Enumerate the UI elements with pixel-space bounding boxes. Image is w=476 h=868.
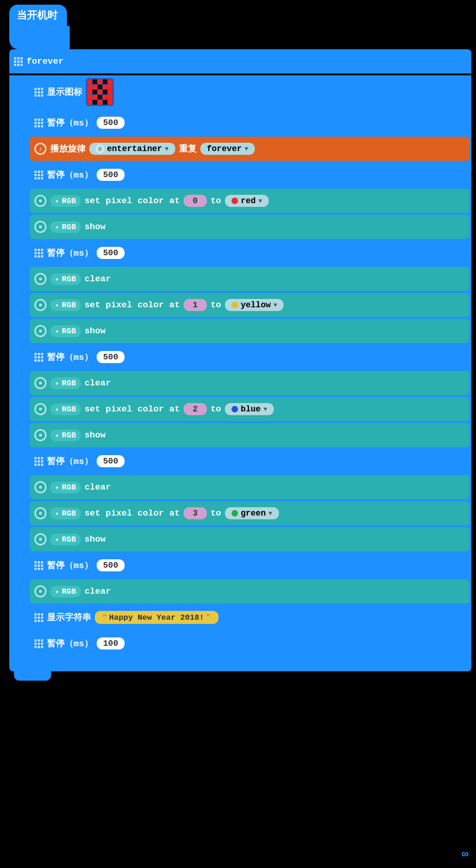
rgb-show1-label: show [85,326,106,336]
rgb2-badge-label: RGB [62,405,76,414]
forever-body: 显示图标 [9,75,471,662]
rgb1-index[interactable]: 1 [184,299,207,311]
pause2-grid [34,171,43,179]
melody-arrow: ▼ [165,146,169,152]
rebel0-icon: ✦ [55,197,59,205]
pixel-grid [87,80,112,105]
rgb0-badge-label: RGB [62,197,76,205]
pause7-value[interactable]: 100 [97,637,125,649]
rgb-clear0-circle [34,273,46,285]
rgb-show0-label: show [85,222,106,232]
rgb1-circle [34,299,46,311]
rgb-show-block-2: ✦ RGB show [30,423,469,447]
rebel-show3-icon: ✦ [55,535,59,544]
rgb-show1-badge: ✦ RGB [50,325,81,337]
pause4-value[interactable]: 500 [97,351,125,363]
rgb0-color-dropdown[interactable]: red ▼ [225,195,269,207]
forever-header: forever [9,49,471,73]
rgb-clear0-label: clear [85,274,111,284]
pause4-label: 暂停（ms） [47,351,93,363]
rgb-show2-circle [34,429,46,441]
rgb-show1-badge-label: RGB [62,327,76,336]
rgb-clear3-badge-label: RGB [62,587,76,596]
forever-grid-icon [14,57,23,66]
show-icon-block: 显示图标 [30,75,469,109]
rebel1-icon: ✦ [55,301,59,310]
rgb0-color-label: red [241,196,256,205]
rebel-show2-icon: ✦ [55,431,59,440]
rgb-clear2-label: clear [85,482,111,492]
rebel-clear1-icon: ✦ [55,379,59,388]
rgb-clear1-badge: ✦ RGB [50,378,81,389]
pause-block-5: 暂停（ms） 500 [30,449,469,473]
pause3-label: 暂停（ms） [47,247,93,259]
melody-value: entertainer [107,144,162,153]
repeat-value: forever [207,144,242,153]
forever-label: forever [26,56,64,66]
rgb3-index[interactable]: 3 [184,507,207,519]
rgb2-index[interactable]: 2 [184,403,207,415]
rgb-show-block-0: ✦ RGB show [30,215,469,239]
string-pill[interactable]: ❝ Happy New Year 2018! ❞ [95,611,218,624]
pause2-value[interactable]: 500 [97,169,125,181]
pause-block-6: 暂停（ms） 500 [30,553,469,577]
pause3-grid [34,249,43,258]
pause6-value[interactable]: 500 [97,559,125,571]
pause2-label: 暂停（ms） [47,169,93,181]
pause5-value[interactable]: 500 [97,455,125,467]
pause1-value[interactable]: 500 [97,117,125,129]
rebel2-icon: ✦ [55,405,59,414]
rgb3-color-dot [231,510,238,517]
rgb2-color-label: blue [241,404,261,414]
rgb-clear2-badge: ✦ RGB [50,482,81,493]
pause-block-2: 暂停（ms） 500 [30,163,469,187]
rgb1-badge-label: RGB [62,301,76,310]
rgb0-circle [34,195,46,207]
rgb1-color-dropdown[interactable]: yellow ▼ [225,299,284,311]
rgb-show2-badge-label: RGB [62,431,76,440]
pause7-label: 暂停（ms） [47,637,93,649]
rgb-show3-badge-label: RGB [62,535,76,544]
rgb0-color-arrow: ▼ [258,198,262,205]
show-string-label: 显示字符串 [47,611,91,623]
pause7-grid [34,639,43,648]
forever-end-cap [14,671,51,681]
rgb2-circle [34,403,46,415]
rgb3-badge-label: RGB [62,509,76,518]
melody-block: ♪ 播放旋律 ♪ entertainer ▼ 重复 forever ▼ [30,137,469,161]
rgb2-to-label: to [211,404,221,414]
rgb3-circle [34,507,46,519]
pause3-value[interactable]: 500 [97,247,125,259]
rgb-clear-block-2: ✦ RGB clear [30,475,469,499]
melody-value-dropdown[interactable]: ♪ entertainer ▼ [89,143,175,155]
rebel-clear0-icon: ✦ [55,275,59,284]
show-icon-grid [34,88,43,97]
rgb1-color-dot [231,302,238,308]
rgb0-index[interactable]: 0 [184,195,207,207]
rgb3-color-dropdown[interactable]: green ▼ [225,507,279,519]
rgb-show3-label: show [85,534,106,544]
rgb-show0-circle [34,221,46,233]
rgb2-color-dot [231,406,238,412]
hat-block: 当开机时 [5,5,471,49]
rgb-clear0-badge: ✦ RGB [50,273,81,285]
repeat-label: 重复 [179,143,197,155]
rgb-clear1-circle [34,377,46,389]
rgb-set-block-1: ✦ RGB set pixel color at 1 to yellow ▼ [30,293,469,317]
rebel-show0-icon: ✦ [55,223,59,232]
rgb-show0-badge: ✦ RGB [50,221,81,233]
rgb1-color-label: yellow [241,300,271,310]
quote-right: ❞ [206,612,211,623]
pause-block-3: 暂停（ms） 500 [30,241,469,265]
show-string-block: 显示字符串 ❝ Happy New Year 2018! ❞ [30,605,469,629]
rgb2-set-label: set pixel color at [85,404,180,414]
forever-block: forever 显示图标 [9,49,471,681]
melody-music-icon: ♪ [34,143,46,155]
pause5-grid [34,457,43,466]
icon-image[interactable] [86,78,114,106]
rgb2-color-dropdown[interactable]: blue ▼ [225,403,274,415]
repeat-value-dropdown[interactable]: forever ▼ [200,143,255,155]
rgb-set-block-2: ✦ RGB set pixel color at 2 to blue ▼ [30,397,469,421]
rgb0-set-label: set pixel color at [85,196,180,206]
pause6-label: 暂停（ms） [47,559,93,571]
